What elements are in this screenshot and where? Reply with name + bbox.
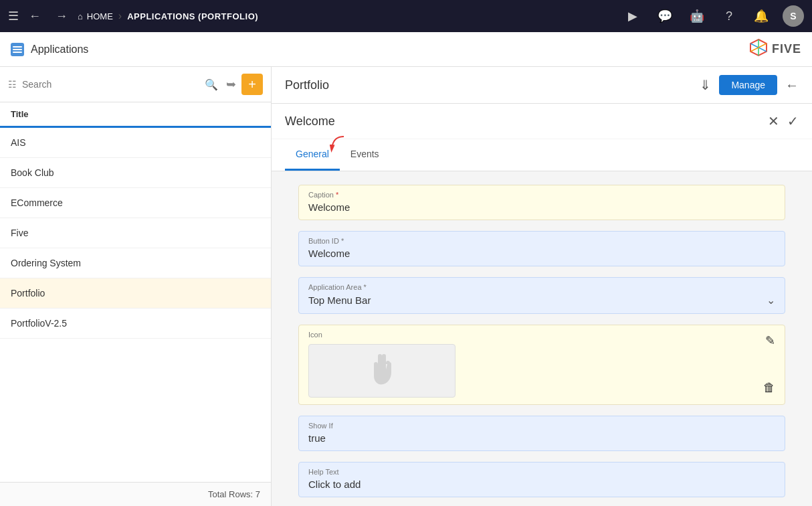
- five-logo: FIVE: [749, 38, 801, 61]
- sidebar-item-ordering[interactable]: Ordering System: [0, 248, 271, 278]
- icon-field: Icon ✎ 🗑: [298, 325, 785, 405]
- caption-value[interactable]: Welcome: [308, 201, 775, 213]
- breadcrumb-divider: ›: [118, 10, 122, 22]
- sidebar-toggle-icon[interactable]: [11, 43, 24, 56]
- sidebar-item-ecommerce[interactable]: ECommerce: [0, 188, 271, 218]
- tabs-bar: General Events: [272, 139, 812, 171]
- top-nav-bar: ☰ ← → ⌂ HOME › APPLICATIONS (PORTFOLIO) …: [0, 0, 812, 32]
- content-area: Portfolio ⇓ Manage ← Welcome ✕ ✓ General…: [272, 67, 812, 506]
- five-logo-text: FIVE: [772, 42, 801, 56]
- button-id-wrapper: Button ID * Welcome: [298, 231, 785, 266]
- icon-actions: ✎ 🗑: [763, 331, 775, 398]
- bell-icon[interactable]: 🔔: [750, 5, 772, 27]
- sidebar-list: AIS Book Club ECommerce Five Ordering Sy…: [0, 128, 271, 482]
- chat-icon[interactable]: 💬: [654, 5, 676, 27]
- user-avatar[interactable]: S: [783, 5, 804, 27]
- play-icon[interactable]: ▶: [622, 5, 643, 27]
- tab-events[interactable]: Events: [340, 139, 390, 171]
- sidebar-item-portfolio[interactable]: Portfolio: [0, 278, 271, 309]
- forward-nav-icon[interactable]: →: [51, 5, 72, 27]
- icon-edit-button[interactable]: ✎: [765, 333, 775, 348]
- help-text-wrapper: Help Text Click to add: [298, 462, 785, 497]
- show-if-value[interactable]: true: [308, 432, 775, 444]
- main-layout: ☷ 🔍 ➥ + Title AIS Book Club ECommerce Fi…: [0, 67, 812, 506]
- back-nav-icon[interactable]: ←: [24, 5, 45, 27]
- sidebar-footer: Total Rows: 7: [0, 482, 271, 506]
- download-icon[interactable]: ⇓: [700, 77, 711, 93]
- show-if-wrapper: Show If true: [298, 416, 785, 451]
- filter-icon[interactable]: ☷: [8, 79, 17, 90]
- events-arrow-indicator: [320, 134, 346, 156]
- button-id-value[interactable]: Welcome: [308, 248, 775, 259]
- close-icon[interactable]: ✕: [768, 113, 779, 129]
- app-header: Applications FIVE: [0, 32, 812, 67]
- sidebar-item-bookclub[interactable]: Book Club: [0, 158, 271, 188]
- caption-label: Caption *: [308, 191, 775, 199]
- button-id-field: Button ID * Welcome: [298, 231, 785, 266]
- application-area-field: Application Area * Top Menu Bar ⌄: [298, 277, 785, 314]
- svg-rect-1: [13, 49, 22, 50]
- sidebar-item-five[interactable]: Five: [0, 218, 271, 248]
- home-breadcrumb[interactable]: ⌂ HOME: [78, 11, 113, 21]
- icon-delete-button[interactable]: 🗑: [763, 381, 775, 395]
- hand-wave-icon: [362, 351, 402, 391]
- caption-wrapper: Caption * Welcome: [298, 185, 785, 220]
- sidebar-column-header: Title: [0, 102, 271, 128]
- sidebar-item-portfoliov2[interactable]: PortfolioV-2.5: [0, 309, 271, 339]
- help-icon[interactable]: ?: [718, 5, 740, 27]
- sidebar-search-bar: ☷ 🔍 ➥ +: [0, 67, 271, 102]
- breadcrumb-apps: APPLICATIONS (PORTFOLIO): [127, 11, 258, 21]
- five-logo-icon: [749, 38, 768, 61]
- add-button[interactable]: +: [241, 74, 263, 95]
- content-title: Portfolio: [285, 78, 329, 92]
- home-icon: ⌂: [78, 11, 83, 21]
- search-icon[interactable]: 🔍: [205, 78, 218, 91]
- content-header: Portfolio ⇓ Manage ←: [272, 67, 812, 104]
- show-if-field: Show If true: [298, 416, 785, 451]
- help-text-label: Help Text: [308, 468, 775, 476]
- application-area-select[interactable]: Top Menu Bar ⌄: [308, 294, 775, 307]
- import-icon[interactable]: ➥: [226, 77, 236, 92]
- svg-rect-0: [13, 46, 22, 48]
- check-icon[interactable]: ✓: [787, 113, 799, 129]
- icon-preview-area: Icon: [308, 331, 763, 398]
- caption-field: Caption * Welcome: [298, 185, 785, 220]
- welcome-header: Welcome ✕ ✓: [272, 104, 812, 139]
- application-area-value: Top Menu Bar: [308, 294, 371, 306]
- icon-label: Icon: [308, 331, 763, 339]
- help-text-value[interactable]: Click to add: [308, 479, 775, 490]
- icon-preview: [308, 344, 455, 398]
- content-header-actions: ⇓ Manage ←: [700, 75, 799, 95]
- svg-rect-2: [13, 52, 22, 53]
- robot-icon[interactable]: 🤖: [686, 5, 708, 27]
- application-area-wrapper: Application Area * Top Menu Bar ⌄: [298, 277, 785, 314]
- back-content-icon[interactable]: ←: [785, 78, 799, 93]
- sidebar-item-ais[interactable]: AIS: [0, 128, 271, 158]
- sidebar: ☷ 🔍 ➥ + Title AIS Book Club ECommerce Fi…: [0, 67, 272, 506]
- form-area: Caption * Welcome Button ID * Welcome Ap…: [272, 171, 812, 506]
- hamburger-icon[interactable]: ☰: [8, 9, 19, 23]
- home-label: HOME: [87, 11, 113, 21]
- button-id-label: Button ID *: [308, 237, 775, 245]
- manage-button[interactable]: Manage: [719, 75, 777, 95]
- application-area-label: Application Area *: [308, 283, 775, 291]
- help-text-field: Help Text Click to add: [298, 462, 785, 497]
- icon-wrapper: Icon ✎ 🗑: [298, 325, 785, 405]
- welcome-actions: ✕ ✓: [768, 113, 799, 129]
- show-if-label: Show If: [308, 422, 775, 430]
- chevron-down-icon: ⌄: [767, 294, 775, 307]
- app-title: Applications: [31, 44, 88, 56]
- search-input[interactable]: [22, 79, 199, 90]
- welcome-title: Welcome: [285, 114, 335, 129]
